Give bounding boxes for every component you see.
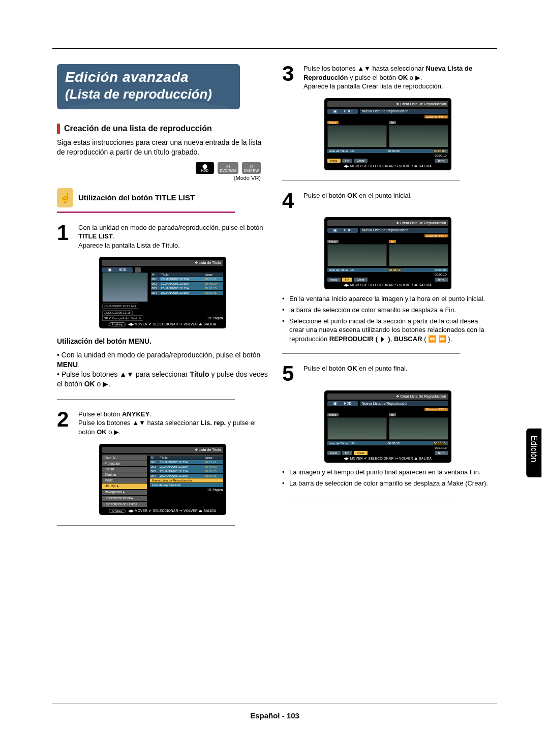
- osd-create-playlist-3: ❖ Crear Lista De Reproducción ▣ HDDNueva…: [324, 390, 451, 463]
- section-heading: Creación de una lista de reproducción: [57, 124, 268, 134]
- osd-create-playlist-1: ❖ Crear Lista De Reproducción ▣ HDDNueva…: [324, 98, 451, 170]
- osd-create-playlist-2: ❖ Crear Lista De Reproducción ▣ HDDNueva…: [324, 217, 451, 289]
- osd-tab-hdd: ▣ HDD: [102, 267, 133, 273]
- step-5-bullets: La imagen y el tiempo del punto final ap…: [282, 468, 493, 488]
- osd-tab-disabled: [135, 267, 141, 273]
- divider: [282, 498, 460, 498]
- title-list-label: Utilización del botón TITLE LIST: [78, 193, 195, 202]
- osd-status-row: 18/JAN/2005 12:15 AV3: [102, 304, 223, 309]
- osd-title-list: ❖ Lista de Título ▣ HDD N°TítuloLargo 00…: [99, 257, 226, 328]
- step-number: 4: [282, 191, 298, 210]
- step-number: 1: [57, 223, 73, 250]
- step-2: 2 Pulse el botón ANYKEY. Pulse los boton…: [57, 410, 268, 437]
- step-body: Con la unidad en modo de parada/reproduc…: [78, 223, 268, 250]
- menu-block: • Con la unidad en modo de parada/reprod…: [57, 350, 268, 389]
- divider: [282, 180, 460, 181]
- heading-bar-icon: [57, 124, 60, 134]
- divider: [282, 353, 460, 354]
- magenta-rule-icon: [57, 211, 235, 213]
- step-number: 5: [282, 364, 298, 383]
- page-footer: Español - 103: [52, 711, 497, 720]
- step-body: Pulse el botón OK en el punto inicial.: [303, 191, 493, 210]
- osd-context-menu: ❖ Lista de Título Cam. N. Protección Cop…: [99, 444, 226, 515]
- osd-tabs: ▣ HDD: [102, 267, 223, 273]
- osd-banner: ❖ Lista de Título: [102, 447, 223, 453]
- two-column-content: Edición avanzada (Lista de reproducción)…: [57, 64, 493, 536]
- disc-compatibility-row: ⬤HDD ◎DVD-RAM ◎DVD-RW: [57, 162, 261, 174]
- intro-paragraph: Siga estas instrucciones para crear una …: [57, 138, 268, 157]
- banner-line-2: (Lista de reproducción): [65, 86, 232, 102]
- divider: [57, 399, 235, 400]
- step-5: 5 Pulse el botón OK en el punto final.: [282, 364, 493, 383]
- divider: [57, 525, 235, 526]
- step-body: Pulse los botones ▲▼ hasta seleccionar N…: [303, 64, 493, 91]
- osd-context-submenu: N°TítuloLargo 00118/JAN/2005 12:15A00:15…: [150, 456, 223, 507]
- step-number: 2: [57, 410, 73, 437]
- section-title: Creación de una lista de reproducción: [64, 124, 212, 133]
- osd-banner: ❖ Lista de Título: [102, 260, 223, 266]
- left-column: Edición avanzada (Lista de reproducción)…: [57, 64, 268, 536]
- util-menu-heading: Utilización del botón MENU.: [57, 337, 268, 346]
- hdd-badge: ⬤HDD: [196, 162, 214, 174]
- osd-status-mode: SP ✔ Compatibilid. Modo V: [102, 315, 143, 321]
- osd-page-info: 1/1 Página: [207, 316, 223, 321]
- banner-line-1: Edición avanzada: [65, 69, 232, 85]
- step-3: 3 Pulse los botones ▲▼ hasta seleccionar…: [282, 64, 493, 91]
- step-body: Pulse el botón OK en el punto final.: [303, 364, 493, 383]
- side-tab: Edición: [526, 429, 541, 477]
- dvdrw-badge: ◎DVD-RW: [242, 162, 261, 174]
- title-list-heading: ☝ Utilización del botón TITLE LIST: [57, 188, 268, 207]
- mode-caption: (Modo VR): [57, 175, 261, 181]
- osd-preview-thumb: [102, 273, 148, 302]
- step-body: Pulse el botón ANYKEY. Pulse los botones…: [78, 410, 268, 437]
- chapter-title-banner: Edición avanzada (Lista de reproducción): [57, 64, 240, 109]
- osd-title-rows: N°TítuloLargo 00118/JAN/2005 12:15A00:15…: [151, 273, 223, 302]
- dvdram-badge: ◎DVD-RAM: [218, 162, 238, 174]
- anykey-pill: Anykey: [109, 322, 126, 326]
- step-1: 1 Con la unidad en modo de parada/reprod…: [57, 223, 268, 250]
- hand-icon: ☝: [57, 188, 73, 207]
- step-4-bullets: En la ventana Inicio aparece la imagen y…: [282, 294, 493, 343]
- step-4: 4 Pulse el botón OK en el punto inicial.: [282, 191, 493, 210]
- step-number: 3: [282, 64, 298, 91]
- right-column: 3 Pulse los botones ▲▼ hasta seleccionar…: [282, 64, 493, 536]
- osd-context-list: Cam. N. Protección Copiar Eliminar Modif…: [102, 456, 147, 507]
- osd-footer: Anykey ◀▶ MOVER ✔ SELECCIONAR ↪ VOLVER ⏏…: [102, 322, 223, 326]
